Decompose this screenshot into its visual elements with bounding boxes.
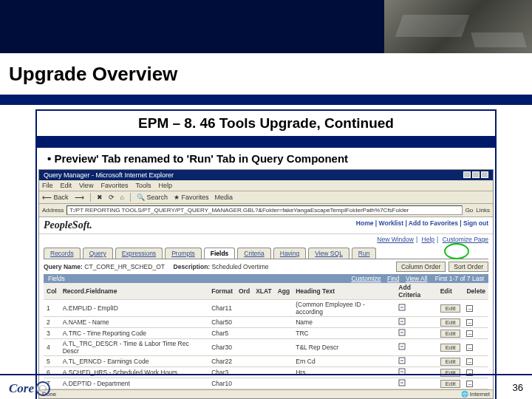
search-button[interactable]: 🔍 Search [137,194,168,201]
go-button[interactable]: Go [466,207,474,214]
ie-window: Query Manager - Microsoft Internet Explo… [38,169,494,399]
delete-button[interactable]: – [466,319,473,326]
cell-addcriteria[interactable] [395,300,437,317]
cell-addcriteria[interactable] [395,317,437,328]
hdr-format: Format [208,283,236,300]
cell-agg [275,317,293,328]
edit-button[interactable]: Edit [440,318,461,327]
refresh-icon[interactable]: ⟳ [109,194,115,201]
fields-section-bar: Fields Customize Find View All First 1-7… [44,274,488,283]
cell-field: A.NAME - Name [60,317,208,328]
cell-field: A.TRC - Time Reporting Code [60,328,208,339]
add-criteria-icon[interactable] [398,379,406,386]
cell-ord [236,367,253,378]
tab-run[interactable]: Run [352,248,377,259]
cell-field: A.SCHED_HRS - Scheduled Work Hours [60,367,208,378]
table-row: 5A.TL_ERNCD - Earnings CodeChar22Ern CdE… [44,356,488,367]
delete-button[interactable]: – [466,358,473,365]
link-customize[interactable]: Customize [351,275,381,282]
tab-criteria[interactable]: Criteria [237,248,270,259]
menu-view[interactable]: View [79,182,93,189]
favorites-button[interactable]: ★ Favorites [174,194,209,201]
link-signout[interactable]: Sign out [460,219,488,227]
cell-format: Char11 [208,300,236,317]
link-view-all[interactable]: View All [406,275,428,282]
query-name-group: Query Name: CT_CORE_HR_SCHED_OT Descript… [44,263,269,270]
link-find[interactable]: Find [387,275,400,282]
ie-addressbar: Address T:/PT REPORTING TOOLS/PT_QUERY/P… [39,204,493,217]
menu-help[interactable]: Help [158,182,172,189]
menu-edit[interactable]: Edit [61,182,72,189]
cell-xlat [253,367,275,378]
links-label: Links [476,207,490,214]
address-label: Address [42,207,64,214]
back-button[interactable]: ⟵ Back [42,194,69,201]
fields-section-title: Fields [48,275,65,282]
edit-button[interactable]: Edit [440,358,461,366]
cell-addcriteria[interactable] [395,367,437,378]
cell-ord [236,300,253,317]
add-criteria-icon[interactable] [398,318,406,325]
content-title: EPM – 8. 46 Tools Upgrade, Continued [37,111,495,136]
cell-xlat [253,300,275,317]
delete-button[interactable]: – [466,344,473,351]
tab-records[interactable]: Records [44,248,81,259]
header-band [0,0,532,53]
link-worklist[interactable]: Worklist [375,219,403,227]
tab-having[interactable]: Having [273,248,306,259]
link-help[interactable]: Help [422,236,434,243]
stop-icon[interactable]: ✖ [97,194,103,201]
link-customize-page[interactable]: Customize Page [443,236,488,243]
link-add-favorites[interactable]: Add to Favorites [405,219,458,227]
menu-tools[interactable]: Tools [135,182,151,189]
search-label: Search [146,194,168,201]
sort-order-button[interactable]: Sort Order [449,262,488,272]
delete-button[interactable]: – [466,305,473,312]
cell-addcriteria[interactable] [395,378,437,389]
page-number: 36 [513,382,523,393]
peoplesoft-logo: PeopleSoft. [44,219,92,231]
delete-button[interactable]: – [466,381,473,387]
table-row: 6A.SCHED_HRS - Scheduled Work HoursChar3… [44,367,488,378]
add-criteria-icon[interactable] [398,304,406,311]
toolbar-sep2 [130,193,131,202]
tab-expressions[interactable]: Expressions [115,248,163,259]
delete-button[interactable]: – [466,330,473,337]
edit-button[interactable]: Edit [440,380,461,388]
column-order-button[interactable]: Column Order [396,262,446,272]
tab-fields[interactable]: Fields [204,248,236,259]
add-criteria-icon[interactable] [398,329,406,336]
link-new-window[interactable]: New Window [377,236,414,243]
section-right-links: Customize Find View All First 1-7 of 7 L… [347,275,484,282]
cell-col: 4 [44,339,60,356]
home-icon[interactable]: ⌂ [120,194,124,201]
close-icon[interactable] [481,171,488,178]
address-input[interactable]: T:/PT REPORTING TOOLS/PT_QUERY/PT_QUERY_… [66,205,462,215]
cell-field: A.EMPLID - EmplID [60,300,208,317]
cell-addcriteria[interactable] [395,356,437,367]
edit-button[interactable]: Edit [440,304,461,313]
edit-button[interactable]: Edit [440,344,461,352]
cell-addcriteria[interactable] [395,339,437,356]
media-button[interactable]: Media [215,194,233,201]
tab-query[interactable]: Query [83,248,113,259]
query-name-value: CT_CORE_HR_SCHED_OT [84,263,164,270]
toolbar-sep [90,193,91,202]
cell-addcriteria[interactable] [395,328,437,339]
tab-view-sql[interactable]: View SQL [308,248,349,259]
header-photo [384,0,532,53]
hdr-heading: Heading Text [293,283,395,300]
add-criteria-icon[interactable] [398,357,406,364]
maximize-icon[interactable] [472,171,480,178]
minimize-icon[interactable] [463,171,471,178]
media-label: Media [215,194,233,201]
edit-button[interactable]: Edit [440,330,461,338]
menu-favorites[interactable]: Favorites [100,182,128,189]
menu-file[interactable]: File [42,182,53,189]
add-criteria-icon[interactable] [398,343,406,350]
hdr-agg: Agg [275,283,293,300]
link-home[interactable]: Home [356,219,374,227]
forward-button[interactable]: ⟶ [75,194,84,201]
cell-ord [236,378,253,389]
tab-prompts[interactable]: Prompts [165,248,202,259]
